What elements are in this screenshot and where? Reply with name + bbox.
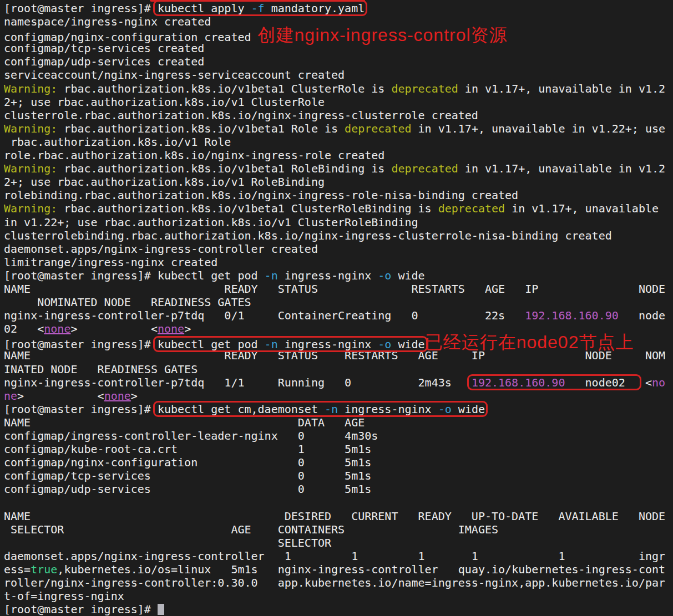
- annotation-box: kubectl get pod -n ingress-nginx -o wide: [158, 338, 425, 351]
- text-segment: wide: [391, 338, 424, 351]
- terminal-screenshot: { "palette": { "background": "#1d1d1d", …: [0, 0, 673, 616]
- text-segment: kubectl get cm,daemonset: [158, 403, 325, 416]
- text-segment: none: [104, 389, 131, 403]
- text-segment: configmap/udp-services created: [4, 55, 204, 68]
- text-segment: clusterrole.rbac.authorization.k8s.io/ng…: [4, 109, 478, 122]
- terminal-line: [4, 496, 673, 509]
- text-segment: rolebinding.rbac.authorization.k8s.io/ng…: [4, 189, 518, 202]
- text-segment: 192.168.160.90: [472, 376, 565, 389]
- text-segment: -o: [378, 269, 391, 282]
- terminal-line: NOMINATED NODE READINESS GATES: [4, 296, 673, 309]
- text-segment: -o: [438, 403, 452, 416]
- terminal-line: Warning: rbac.authorization.k8s.io/v1bet…: [4, 202, 673, 215]
- terminal-line: daemonset.apps/nginx-ingress-controller …: [4, 242, 673, 256]
- text-segment: in v1.22+; use rbac.authorization.k8s.io…: [4, 216, 418, 229]
- terminal-line: SELECTOR AGE CONTAINERS IMAGES: [4, 523, 673, 536]
- terminal-line: configmap/kube-root-ca.crt 1 5m1s: [4, 442, 673, 456]
- terminal-line: limitrange/ingress-nginx created: [4, 256, 673, 269]
- text-segment: >: [70, 322, 77, 335]
- text-segment: ,kubernetes.io/os=linux 5m1s nginx-ingre…: [57, 563, 665, 576]
- text-segment: true: [31, 563, 57, 576]
- terminal-line: daemonset.apps/nginx-ingress-controller …: [4, 549, 673, 563]
- text-segment: configmap/tcp-services 0 5m1s: [4, 469, 371, 482]
- text-segment: [root@master ingress]#: [4, 403, 158, 416]
- text-segment: Warning:: [4, 122, 57, 135]
- terminal-line: [root@master ingress]# kubectl get cm,da…: [4, 403, 673, 416]
- text-segment: kubectl apply: [158, 2, 251, 15]
- terminal-line: configmap/udp-services created: [4, 55, 673, 68]
- text-segment: ingress-nginx: [338, 403, 438, 416]
- text-segment: ingress-nginx: [278, 338, 378, 351]
- text-segment: 192.168.160.90: [525, 309, 619, 322]
- text-segment: nginx-ingress-controller-p7tdq 1/1 Runni…: [4, 376, 472, 389]
- text-segment: [root@master ingress]# kubectl get pod: [4, 269, 265, 282]
- terminal-line: clusterrole.rbac.authorization.k8s.io/ng…: [4, 109, 673, 122]
- text-segment: >: [131, 389, 138, 403]
- text-segment: kubectl get pod: [158, 338, 265, 351]
- text-segment: [root@master ingress]#: [4, 2, 158, 15]
- text-segment: nginx-ingress-controller-p7tdq 0/1 Conta…: [4, 309, 525, 322]
- annotation-text: 创建nginx-ingress-control资源: [258, 25, 508, 45]
- annotation-box: kubectl get cm,daemonset -n ingress-ngin…: [158, 403, 485, 416]
- text-segment: Warning:: [4, 82, 57, 95]
- text-segment: node02: [565, 376, 638, 389]
- text-segment: daemonset.apps/nginx-ingress-controller …: [4, 549, 665, 563]
- terminal-line: serviceaccount/nginx-ingress-serviceacco…: [4, 68, 673, 82]
- text-segment: in v1.17+, unavailable in v1.22+; use: [412, 122, 666, 135]
- terminal-line: ess=true,kubernetes.io/os=linux 5m1s ngi…: [4, 563, 673, 576]
- terminal-line: [root@master ingress]# kubectl get pod -…: [4, 269, 673, 282]
- terminal-line: nginx-ingress-controller-p7tdq 1/1 Runni…: [4, 376, 673, 389]
- text-segment: Warning:: [4, 162, 57, 175]
- terminal-line: role.rbac.authorization.k8s.io/nginx-ing…: [4, 149, 673, 162]
- text-segment: rbac.authorization.k8s.io/v1beta1 Cluste…: [57, 82, 391, 95]
- terminal-line: [root@master ingress]# kubectl apply -f …: [4, 2, 673, 15]
- terminal-line: ne> <none>: [4, 389, 673, 403]
- text-segment: NAME DESIRED CURRENT READY UP-TO-DATE AV…: [4, 510, 665, 523]
- terminal-line: configmap/udp-services 0 5m1s: [4, 482, 673, 496]
- terminal-line: 2+; use rbac.authorization.k8s.io/v1 Clu…: [4, 95, 673, 109]
- terminal-line: configmap/ingress-controller-leader-ngin…: [4, 429, 673, 442]
- terminal[interactable]: [root@master ingress]# kubectl apply -f …: [0, 0, 673, 616]
- text-segment: t-of=ingress-nginx: [4, 589, 124, 603]
- text-segment: namespace/ingress-nginx created: [4, 15, 211, 28]
- text-segment: configmap/nginx-configuration 0 5m1s: [4, 456, 371, 469]
- terminal-line: 2+; use rbac.authorization.k8s.io/v1 Rol…: [4, 175, 673, 189]
- text-segment: SELECTOR AGE CONTAINERS IMAGES: [4, 523, 498, 536]
- text-segment: in v1.17+, unavailable in v1.2: [458, 82, 665, 95]
- text-segment: configmap/udp-services 0 5m1s: [4, 482, 371, 496]
- text-segment: 02: [4, 322, 37, 335]
- text-segment: Warning:: [4, 202, 57, 215]
- text-segment: none: [158, 322, 184, 335]
- terminal-line: t-of=ingress-nginx: [4, 589, 673, 603]
- text-segment: <: [98, 389, 104, 403]
- text-segment: -f: [251, 2, 265, 15]
- text-segment: -n: [265, 269, 278, 282]
- text-segment: deprecated: [345, 122, 411, 135]
- text-segment: [77, 322, 150, 335]
- text-segment: >: [17, 389, 24, 403]
- terminal-line: Warning: rbac.authorization.k8s.io/v1bet…: [4, 82, 673, 95]
- text-segment: rbac.authorization.k8s.io/v1beta1 Role i…: [57, 122, 345, 135]
- text-segment: [24, 389, 97, 403]
- text-segment: wide: [391, 269, 424, 282]
- text-segment: 2+; use rbac.authorization.k8s.io/v1 Clu…: [4, 95, 325, 109]
- text-segment: NAME DATA AGE: [4, 416, 365, 429]
- terminal-line: INATED NODE READINESS GATES: [4, 363, 673, 376]
- annotation-box: 192.168.160.90 node02: [472, 376, 639, 389]
- text-segment: ess=: [4, 563, 31, 576]
- terminal-line: in v1.22+; use rbac.authorization.k8s.io…: [4, 216, 673, 229]
- terminal-line: nginx-ingress-controller-p7tdq 0/1 Conta…: [4, 309, 673, 322]
- text-segment: NOMINATED NODE READINESS GATES: [4, 296, 251, 309]
- text-segment: deprecated: [438, 202, 505, 215]
- text-segment: ne: [4, 389, 17, 403]
- terminal-line: NAME DESIRED CURRENT READY UP-TO-DATE AV…: [4, 510, 673, 523]
- text-segment: 2+; use rbac.authorization.k8s.io/v1 Rol…: [4, 175, 325, 189]
- text-segment: configmap/kube-root-ca.crt 1 5m1s: [4, 442, 371, 456]
- terminal-line: Warning: rbac.authorization.k8s.io/v1bet…: [4, 122, 673, 135]
- text-segment: serviceaccount/nginx-ingress-serviceacco…: [4, 68, 345, 82]
- text-segment: -n: [325, 403, 338, 416]
- terminal-line: NAME READY STATUS RESTARTS AGE IP NODE: [4, 282, 673, 296]
- terminal-line: rbac.authorization.k8s.io/v1 Role: [4, 135, 673, 149]
- text-segment: [root@master ingress]#: [4, 603, 158, 616]
- text-segment: <: [151, 322, 158, 335]
